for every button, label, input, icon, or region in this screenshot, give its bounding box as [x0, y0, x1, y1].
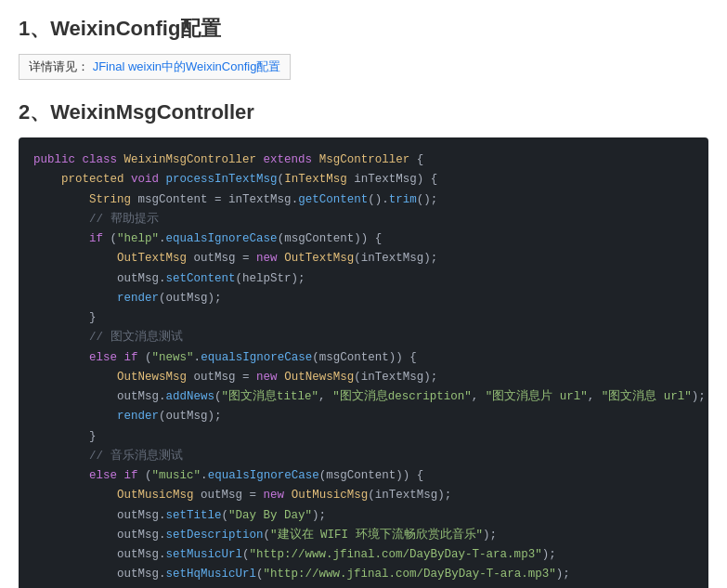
link-info-box: 详情请见： JFinal weixin中的WeixinConfig配置 — [19, 54, 291, 80]
config-link[interactable]: JFinal weixin中的WeixinConfig配置 — [93, 59, 281, 73]
code-block: public class WeixinMsgController extends… — [19, 137, 708, 588]
link-prefix: 详情请见： — [29, 59, 89, 73]
section2-title: 2、WeixinMsgController — [19, 98, 708, 126]
section1-title: 1、WeixinConfig配置 — [19, 15, 708, 43]
